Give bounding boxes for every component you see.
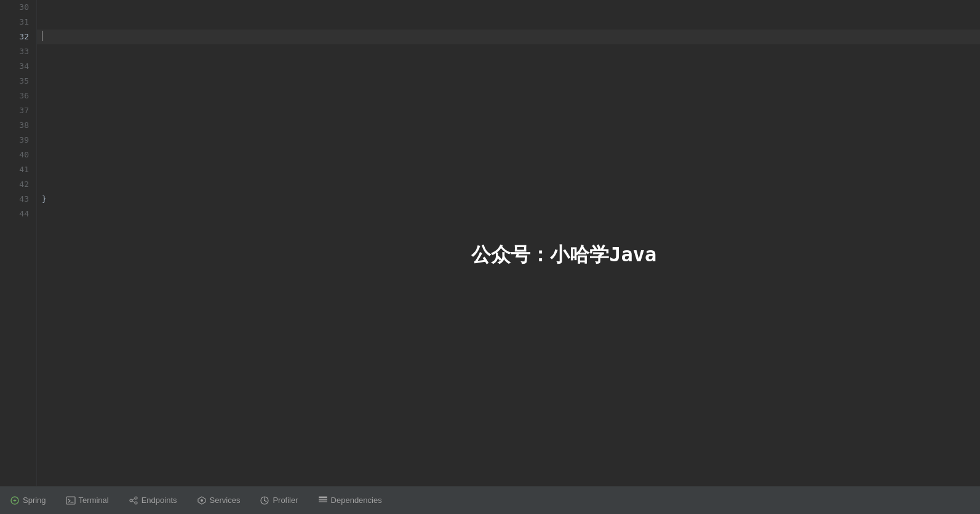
- tab-endpoints-label: Endpoints: [141, 496, 177, 505]
- line-39: 39: [10, 133, 29, 148]
- line-38: 38: [10, 118, 29, 133]
- tab-spring-label: Spring: [23, 496, 46, 505]
- svg-line-7: [132, 500, 135, 502]
- tab-spring[interactable]: Spring: [0, 486, 56, 514]
- watermark: 公众号：小哈学Java: [471, 242, 656, 269]
- tab-endpoints[interactable]: Endpoints: [119, 486, 187, 514]
- line-32: 32: [10, 30, 29, 44]
- tab-profiler-label: Profiler: [273, 496, 298, 505]
- svg-rect-1: [66, 497, 75, 504]
- svg-rect-14: [319, 496, 327, 498]
- tab-terminal-label: Terminal: [79, 496, 109, 505]
- dependencies-icon: [318, 496, 328, 505]
- tab-services-label: Services: [210, 496, 241, 505]
- code-lines: }: [37, 0, 980, 221]
- line-44: 44: [10, 207, 29, 221]
- tab-dependencies[interactable]: Dependencies: [308, 486, 392, 514]
- line-36: 36: [10, 89, 29, 103]
- line-42: 42: [10, 177, 29, 192]
- endpoints-icon: [129, 496, 138, 505]
- code-line-33: [37, 44, 980, 59]
- svg-point-5: [135, 502, 137, 504]
- code-line-44: [37, 207, 980, 221]
- tab-dependencies-label: Dependencies: [331, 496, 382, 505]
- services-icon: [197, 496, 207, 505]
- terminal-icon: [66, 496, 76, 505]
- line-40: 40: [10, 148, 29, 162]
- code-line-43: }: [37, 192, 980, 207]
- code-line-41: [37, 162, 980, 177]
- line-34: 34: [10, 59, 29, 74]
- line-35: 35: [10, 74, 29, 89]
- editor-area: 30 31 32 33 34 35 36 37 38 39 40 41 42 4…: [0, 0, 980, 486]
- svg-rect-13: [319, 500, 327, 502]
- line-33: 33: [10, 44, 29, 59]
- line-31: 31: [10, 15, 29, 30]
- tab-profiler[interactable]: Profiler: [250, 486, 308, 514]
- code-line-34: [37, 59, 980, 74]
- svg-rect-12: [319, 499, 327, 500]
- svg-line-6: [132, 498, 135, 499]
- profiler-icon: [260, 496, 269, 505]
- code-line-37: [37, 103, 980, 118]
- svg-point-9: [201, 499, 203, 502]
- line-37: 37: [10, 103, 29, 118]
- code-line-32: [37, 30, 980, 44]
- line-41: 41: [10, 162, 29, 177]
- tab-services[interactable]: Services: [187, 486, 250, 514]
- svg-point-3: [130, 499, 132, 502]
- code-line-40: [37, 148, 980, 162]
- text-cursor: [42, 31, 42, 41]
- svg-point-4: [135, 497, 137, 499]
- code-line-31: [37, 15, 980, 30]
- code-line-36: [37, 89, 980, 103]
- closing-brace: }: [42, 194, 47, 204]
- code-line-30: [37, 0, 980, 15]
- code-line-38: [37, 118, 980, 133]
- line-43: 43: [10, 192, 29, 207]
- line-30: 30: [10, 0, 29, 15]
- line-numbers: 30 31 32 33 34 35 36 37 38 39 40 41 42 4…: [0, 0, 37, 486]
- code-line-39: [37, 133, 980, 148]
- bottom-bar: Spring Terminal Endpoints: [0, 486, 980, 514]
- spring-icon: [10, 496, 20, 505]
- tab-terminal[interactable]: Terminal: [56, 486, 119, 514]
- svg-point-11: [264, 500, 265, 501]
- code-line-35: [37, 74, 980, 89]
- code-content[interactable]: } 公众号：小哈学Java: [37, 0, 980, 486]
- code-line-42: [37, 177, 980, 192]
